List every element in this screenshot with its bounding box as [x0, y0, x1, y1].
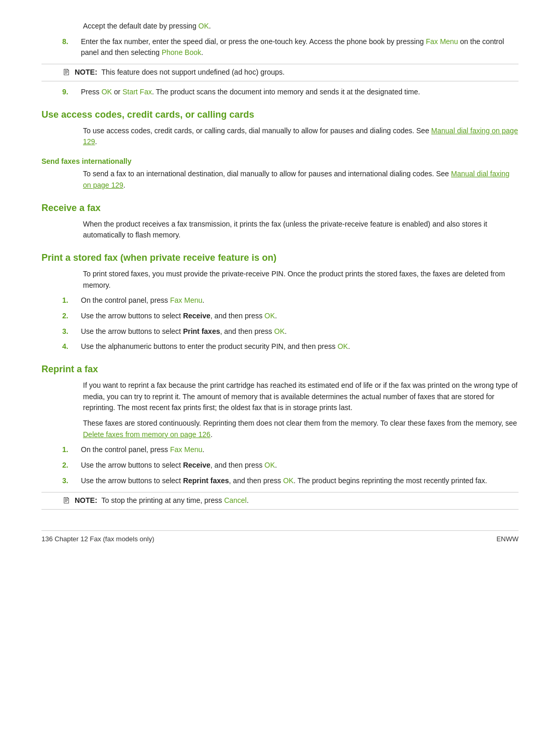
international-body: To send a fax to an international destin… — [83, 168, 519, 191]
step-9: 9. Press OK or Start Fax. The product sc… — [62, 87, 519, 98]
note-2: 🖹 NOTE:To stop the printing at any time,… — [41, 492, 519, 510]
reprint-body-2: These faxes are stored continuously. Rep… — [83, 418, 519, 440]
sub-heading-international: Send faxes internationally — [41, 157, 519, 165]
section-heading-reprint: Reprint a fax — [41, 364, 519, 375]
reprint-step-3: 3. Use the arrow buttons to select Repri… — [62, 475, 519, 487]
note-icon-2: 🖹 — [62, 496, 71, 505]
step-8: 8. Enter the fax number, enter the speed… — [62, 36, 519, 59]
note-icon-1: 🖹 — [62, 68, 71, 77]
reprint-step-2: 2. Use the arrow buttons to select Recei… — [62, 460, 519, 471]
access-body: To use access codes, credit cards, or ca… — [83, 125, 519, 148]
reprint-body-1: If you want to reprint a fax because the… — [83, 380, 519, 414]
print-stored-step-4: 4. Use the alphanumeric buttons to enter… — [62, 341, 519, 353]
print-stored-step-3: 3. Use the arrow buttons to select Print… — [62, 326, 519, 338]
page-footer: 136 Chapter 12 Fax (fax models only) ENW… — [41, 530, 519, 543]
delete-faxes-link[interactable]: Delete faxes from memory on page 126 — [83, 430, 211, 439]
print-stored-step-1: 1. On the control panel, press Fax Menu. — [62, 295, 519, 306]
note-1: 🖹 NOTE:This feature does not support und… — [41, 64, 519, 81]
footer-left: 136 Chapter 12 Fax (fax models only) — [41, 535, 155, 543]
print-stored-intro: To print stored faxes, you must provide … — [83, 269, 519, 291]
section-heading-receive: Receive a fax — [41, 203, 519, 214]
accept-line: Accept the default date by pressing OK. — [83, 21, 519, 32]
section-heading-access: Use access codes, credit cards, or calli… — [41, 109, 519, 120]
reprint-step-1: 1. On the control panel, press Fax Menu. — [62, 444, 519, 456]
print-stored-step-2: 2. Use the arrow buttons to select Recei… — [62, 311, 519, 322]
section-heading-print-stored: Print a stored fax (when private receive… — [41, 252, 519, 263]
footer-right: ENWW — [496, 535, 519, 543]
receive-body: When the product receives a fax transmis… — [83, 219, 519, 241]
